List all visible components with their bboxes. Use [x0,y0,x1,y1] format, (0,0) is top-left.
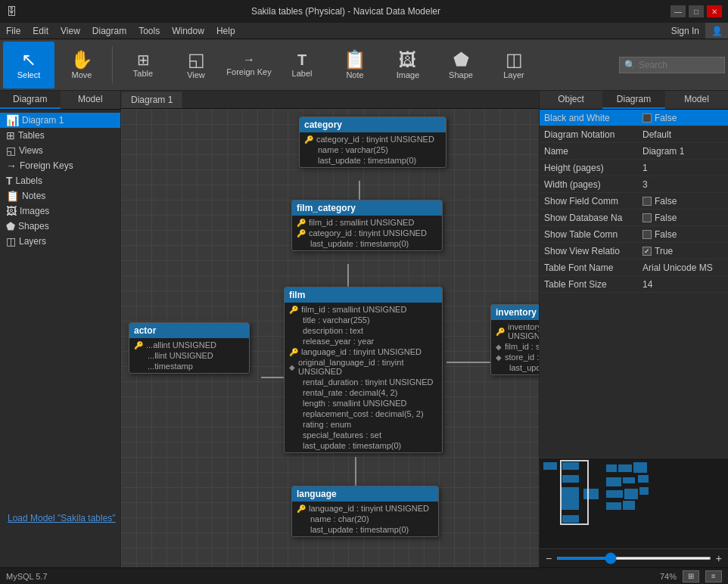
shape-tool[interactable]: ⬟ Shape [435,42,487,89]
zoom-in-button[interactable]: + [716,552,722,564]
right-tab-object[interactable]: Object [540,91,602,109]
move-icon: ✋ [70,51,93,69]
cat-field-1: 🔑 category_id : tinyint UNSIGNED [300,134,446,144]
svg-rect-7 [618,464,632,472]
menu-file[interactable]: File [0,23,26,39]
table-film-category-body: 🔑 film_id : smallint UNSIGNED 🔑 category… [292,216,442,250]
note-tool[interactable]: 📋 Note [329,42,381,89]
diagram-tabs: Diagram 1 [121,91,539,109]
prop-notation-value: Default [642,129,723,140]
sidebar-item-tables-label: Tables [18,130,45,141]
image-tool[interactable]: 🖼 Image [382,42,434,89]
move-label: Move [72,70,92,79]
menubar: File Edit View Diagram Tools Window Help… [0,23,728,39]
show-table-comn-checkbox[interactable] [642,230,652,239]
view-tool[interactable]: ◱ View [170,42,222,89]
sidebar-tab-model[interactable]: Model [61,91,121,109]
diagram-tab-1[interactable]: Diagram 1 [121,92,182,108]
prop-name-value: Diagram 1 [642,146,723,157]
menu-edit[interactable]: Edit [26,23,54,39]
zoom-out-button[interactable]: − [546,552,552,564]
table-inventory[interactable]: inventory 🔑 inventory_id : mediumint UNS… [490,304,539,375]
svg-rect-15 [606,502,621,510]
prop-show-view-label: Show View Relatio [544,246,642,256]
table-language[interactable]: language 🔑 language_id : tinyint UNSIGNE… [291,486,439,537]
menu-diagram[interactable]: Diagram [86,23,132,39]
show-field-comm-checkbox[interactable] [642,197,652,206]
shape-label: Shape [449,70,473,79]
prop-width-label: Width (pages) [544,179,642,190]
view-mode-btn-1[interactable]: ⊞ [683,570,699,582]
image-label: Image [397,70,420,79]
show-db-name-checkbox[interactable] [642,213,652,222]
prop-black-white-value: False [642,113,723,123]
sidebar-item-layers-label: Layers [19,236,46,247]
prop-show-db-name-value: False [642,213,723,223]
prop-height-value: 1 [642,163,723,173]
prop-height-label: Height (pages) [544,163,642,173]
toolbar: ↖ Select ✋ Move ⊞ Table ◱ View → Foreign… [0,39,728,91]
view-mode-btn-2[interactable]: ≡ [705,570,722,582]
zoom-slider[interactable] [556,557,711,560]
fc-field-3: last_update : timestamp(0) [292,238,442,249]
select-tool[interactable]: ↖ Select [3,42,54,89]
sidebar-item-tables[interactable]: ⊞ Tables [0,128,120,143]
film-field-10: replacement_cost : decimal(5, 2) [285,408,442,419]
sidebar-item-layers[interactable]: ◫ Layers [0,234,120,249]
table-language-header: language [292,486,438,502]
sidebar-tab-diagram[interactable]: Diagram [0,91,61,109]
tables-icon: ⊞ [6,129,15,141]
menu-tools[interactable]: Tools [132,23,166,39]
table-category-header: category [300,117,446,132]
load-model-link[interactable]: Load Model "Sakila tables" [8,513,116,523]
film-field-13: last_update : timestamp(0) [285,440,442,451]
menu-help[interactable]: Help [210,23,241,39]
sidebar-item-images[interactable]: 🖼 Images [0,203,120,219]
prop-black-white-label: Black and White [544,113,642,123]
maximize-button[interactable]: □ [689,5,704,17]
sidebar-item-fk-label: Foreign Keys [20,160,73,171]
table-film-category[interactable]: film_category 🔑 film_id : smallint UNSIG… [291,200,443,251]
prop-black-white[interactable]: Black and White False [540,110,728,126]
note-label: Note [346,70,363,79]
diagram-icon: 📊 [6,114,19,126]
table-tool[interactable]: ⊞ Table [117,42,169,89]
show-view-checkbox[interactable] [642,247,652,256]
show-field-comm-text: False [655,196,677,207]
black-white-checkbox[interactable] [642,113,652,123]
menu-window[interactable]: Window [166,23,210,39]
menu-view[interactable]: View [54,23,86,39]
foreign-key-tool[interactable]: → Foreign Key [223,42,275,89]
sidebar-item-labels-label: Labels [16,176,42,186]
table-actor[interactable]: actor 🔑 ...allint UNSIGNED ...llint UNSI… [129,322,250,374]
sidebar-item-views[interactable]: ◱ Views [0,143,120,158]
table-category[interactable]: category 🔑 category_id : tinyint UNSIGNE… [299,116,446,168]
table-label: Table [133,69,153,78]
zoom-level: 74% [660,572,677,581]
film-field-9: length : smallint UNSIGNED [285,398,442,408]
shape-icon: ⬟ [453,51,469,69]
canvas[interactable]: actor 🔑 ...allint UNSIGNED ...llint UNSI… [121,109,539,567]
right-panel-tabs: Object Diagram Model [540,91,728,110]
user-avatar[interactable]: 👤 [705,23,728,39]
search-input[interactable] [639,60,714,70]
sidebar-item-diagram1[interactable]: 📊 Diagram 1 [0,113,120,128]
minimize-button[interactable]: — [670,5,686,17]
move-tool[interactable]: ✋ Move [56,42,107,89]
film-field-5: 🔑 language_id : tinyint UNSIGNED [285,346,442,357]
prop-show-table-comn-value: False [642,229,723,240]
layer-tool[interactable]: ◫ Layer [488,42,540,89]
table-film[interactable]: film 🔑 film_id : smallint UNSIGNED title… [284,287,443,453]
right-tab-model[interactable]: Model [665,91,728,109]
sidebar-item-shapes[interactable]: ⬟ Shapes [0,219,120,234]
close-button[interactable]: ✕ [707,5,722,17]
right-tab-diagram[interactable]: Diagram [602,91,665,109]
menu-signin[interactable]: Sign In [665,23,705,39]
sidebar-item-labels[interactable]: T Labels [0,173,120,188]
prop-table-font-name: Table Font Name Arial Unicode MS [540,259,728,276]
foreign-key-label: Foreign Key [226,67,271,76]
show-db-name-text: False [655,213,677,223]
sidebar-item-foreign-keys[interactable]: → Foreign Keys [0,158,120,173]
label-tool[interactable]: T Label [276,42,328,89]
sidebar-item-notes[interactable]: 📋 Notes [0,188,120,203]
